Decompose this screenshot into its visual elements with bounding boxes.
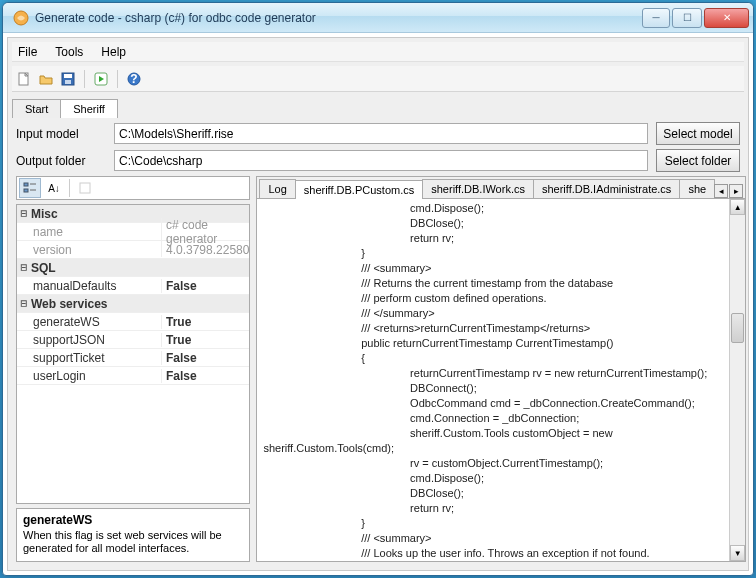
expand-icon[interactable]: ⊟: [17, 297, 31, 310]
app-window: Generate code - csharp (c#) for odbc cod…: [2, 2, 754, 576]
output-folder-row: Output folder Select folder: [12, 149, 744, 172]
new-file-icon[interactable]: [16, 71, 32, 87]
propgrid-row[interactable]: supportTicketFalse: [17, 349, 249, 367]
svg-rect-3: [64, 74, 72, 78]
prop-value[interactable]: False: [161, 279, 249, 293]
code-tab[interactable]: sheriff.DB.PCustom.cs: [295, 180, 423, 199]
prop-value[interactable]: False: [161, 351, 249, 365]
category-name: SQL: [31, 261, 161, 275]
separator: [84, 70, 85, 88]
svg-rect-4: [65, 80, 71, 84]
categorized-view-button[interactable]: [19, 178, 41, 198]
expand-icon[interactable]: ⊟: [17, 207, 31, 220]
select-folder-button[interactable]: Select folder: [656, 149, 740, 172]
output-folder-label: Output folder: [16, 154, 106, 168]
scroll-up-arrow[interactable]: ▲: [730, 199, 745, 215]
property-grid[interactable]: ⊟Miscnamec# code generatorversion4.0.379…: [16, 204, 250, 504]
code-tab[interactable]: she: [679, 179, 715, 198]
input-model-row: Input model Select model: [12, 122, 744, 145]
save-icon[interactable]: [60, 71, 76, 87]
tab-scroll-left[interactable]: ◂: [714, 184, 728, 198]
svg-text:?: ?: [130, 72, 137, 86]
scroll-thumb[interactable]: [731, 313, 744, 343]
property-help: generateWS When this flag is set web ser…: [16, 508, 250, 562]
menu-bar: File Tools Help: [12, 42, 744, 62]
prop-value[interactable]: c# code generator: [161, 218, 249, 246]
window-controls: ─ ☐ ✕: [642, 8, 749, 28]
vertical-scrollbar[interactable]: ▲ ▼: [729, 199, 745, 561]
code-tabs: Logsheriff.DB.PCustom.cssheriff.DB.IWork…: [257, 177, 745, 199]
propgrid-row[interactable]: generateWSTrue: [17, 313, 249, 331]
expand-icon[interactable]: ⊟: [17, 261, 31, 274]
category-name: Web services: [31, 297, 161, 311]
tab-start[interactable]: Start: [12, 99, 61, 118]
input-model-label: Input model: [16, 127, 106, 141]
propgrid-row[interactable]: userLoginFalse: [17, 367, 249, 385]
prop-key: generateWS: [31, 315, 161, 329]
help-desc: When this flag is set web services will …: [23, 529, 243, 555]
help-icon[interactable]: ?: [126, 71, 142, 87]
propgrid-category[interactable]: ⊟Web services: [17, 295, 249, 313]
menu-tools[interactable]: Tools: [55, 45, 83, 59]
property-pages-button[interactable]: [74, 178, 96, 198]
select-model-button[interactable]: Select model: [656, 122, 740, 145]
maximize-button[interactable]: ☐: [672, 8, 702, 28]
code-tab[interactable]: sheriff.DB.IAdministrate.cs: [533, 179, 680, 198]
client-area: File Tools Help ? Start Sheriff Input mo…: [7, 37, 749, 571]
propgrid-row[interactable]: manualDefaultsFalse: [17, 277, 249, 295]
propgrid-toolbar: A↓: [16, 176, 250, 200]
prop-key: version: [31, 243, 161, 257]
model-tabs: Start Sheriff: [12, 96, 744, 118]
category-name: Misc: [31, 207, 161, 221]
prop-value[interactable]: 4.0.3798.22580: [161, 243, 249, 257]
code-area[interactable]: cmd.Dispose(); DBClose(); return rv; } /: [257, 199, 729, 561]
help-name: generateWS: [23, 513, 243, 527]
prop-key: name: [31, 225, 161, 239]
tab-sheriff[interactable]: Sheriff: [60, 99, 118, 118]
toolbar: ?: [12, 66, 744, 92]
minimize-button[interactable]: ─: [642, 8, 670, 28]
alphabetical-view-button[interactable]: A↓: [43, 178, 65, 198]
svg-rect-9: [24, 189, 28, 192]
app-icon: [13, 10, 29, 26]
run-icon[interactable]: [93, 71, 109, 87]
propgrid-row[interactable]: namec# code generator: [17, 223, 249, 241]
prop-key: userLogin: [31, 369, 161, 383]
separator: [69, 179, 70, 197]
close-button[interactable]: ✕: [704, 8, 749, 28]
code-wrap: cmd.Dispose(); DBClose(); return rv; } /: [257, 199, 745, 561]
tab-scroll: ◂ ▸: [714, 184, 745, 198]
prop-value[interactable]: True: [161, 333, 249, 347]
svg-rect-12: [80, 183, 90, 193]
code-tab[interactable]: Log: [259, 179, 295, 198]
propgrid-category[interactable]: ⊟SQL: [17, 259, 249, 277]
scroll-down-arrow[interactable]: ▼: [730, 545, 745, 561]
separator: [117, 70, 118, 88]
property-pane: A↓ ⊟Miscnamec# code generatorversion4.0.…: [16, 176, 250, 562]
prop-key: manualDefaults: [31, 279, 161, 293]
prop-key: supportTicket: [31, 351, 161, 365]
tab-scroll-right[interactable]: ▸: [729, 184, 743, 198]
prop-key: supportJSON: [31, 333, 161, 347]
prop-value[interactable]: False: [161, 369, 249, 383]
svg-rect-8: [24, 183, 28, 186]
prop-value[interactable]: True: [161, 315, 249, 329]
menu-file[interactable]: File: [18, 45, 37, 59]
title-bar: Generate code - csharp (c#) for odbc cod…: [3, 3, 753, 33]
input-model-field[interactable]: [114, 123, 648, 144]
propgrid-row[interactable]: version4.0.3798.22580: [17, 241, 249, 259]
open-folder-icon[interactable]: [38, 71, 54, 87]
code-tab[interactable]: sheriff.DB.IWork.cs: [422, 179, 534, 198]
main-split: A↓ ⊟Miscnamec# code generatorversion4.0.…: [12, 176, 744, 566]
menu-help[interactable]: Help: [101, 45, 126, 59]
window-title: Generate code - csharp (c#) for odbc cod…: [35, 11, 642, 25]
propgrid-row[interactable]: supportJSONTrue: [17, 331, 249, 349]
code-pane: Logsheriff.DB.PCustom.cssheriff.DB.IWork…: [256, 176, 746, 562]
output-folder-field[interactable]: [114, 150, 648, 171]
